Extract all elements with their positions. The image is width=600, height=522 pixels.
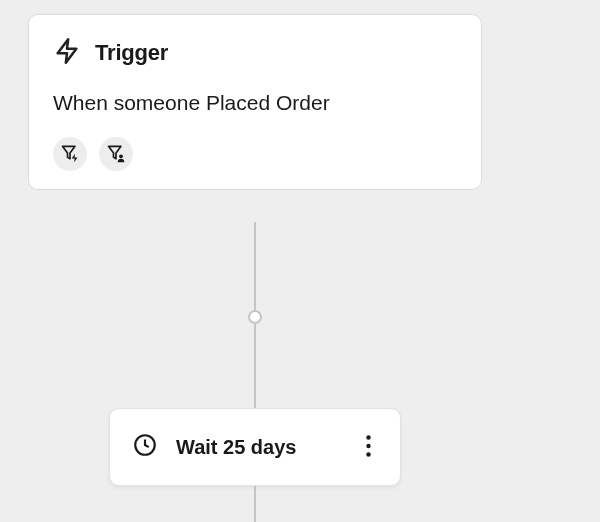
filter-event-icon: [60, 143, 80, 166]
trigger-header: Trigger: [53, 37, 457, 69]
add-step-node[interactable]: [248, 310, 262, 324]
flow-connector: [254, 222, 256, 317]
clock-icon: [132, 432, 158, 462]
svg-point-0: [119, 154, 123, 158]
filter-profile-icon: [106, 143, 126, 166]
trigger-filter-profile-button[interactable]: [99, 137, 133, 171]
flow-connector: [254, 324, 256, 410]
svg-point-2: [366, 435, 370, 439]
flow-connector: [254, 486, 256, 522]
trigger-filter-event-button[interactable]: [53, 137, 87, 171]
svg-point-4: [366, 452, 370, 456]
more-vertical-icon: [366, 435, 371, 460]
trigger-condition-text: When someone Placed Order: [53, 91, 457, 115]
trigger-card[interactable]: Trigger When someone Placed Order: [28, 14, 482, 190]
flow-canvas: Trigger When someone Placed Order: [0, 0, 600, 522]
wait-step-card[interactable]: Wait 25 days: [109, 408, 401, 486]
svg-point-3: [366, 443, 370, 447]
wait-step-menu-button[interactable]: [354, 427, 382, 467]
wait-step-label: Wait 25 days: [176, 436, 354, 459]
trigger-filter-row: [53, 137, 457, 171]
lightning-icon: [53, 37, 81, 69]
trigger-title: Trigger: [95, 40, 168, 66]
